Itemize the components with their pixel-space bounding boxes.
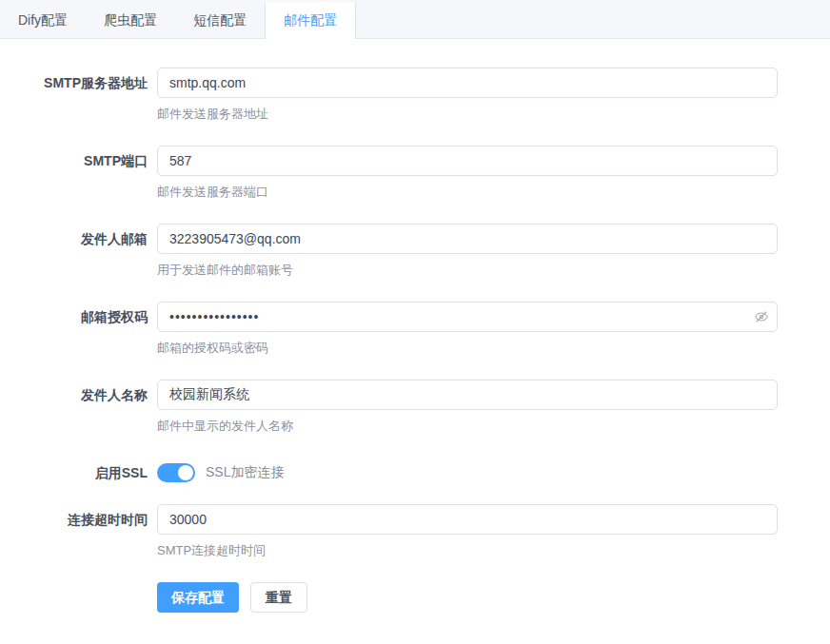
form-row-auth-code: 邮箱授权码 邮箱的授权码或密码 xyxy=(0,302,830,357)
smtp-host-input[interactable] xyxy=(157,68,778,98)
tab-sms-config[interactable]: 短信配置 xyxy=(175,2,265,38)
form-actions: 保存配置 重置 xyxy=(157,582,830,613)
save-config-button[interactable]: 保存配置 xyxy=(157,582,239,613)
ssl-toggle[interactable] xyxy=(157,463,195,482)
ssl-label: 启用SSL xyxy=(0,458,148,488)
smtp-port-label: SMTP端口 xyxy=(0,146,148,201)
timeout-label: 连接超时时间 xyxy=(0,504,148,559)
form-row-smtp-port: SMTP端口 邮件发送服务器端口 xyxy=(0,146,830,201)
tab-dify-config[interactable]: Dify配置 xyxy=(0,2,86,38)
timeout-hint: SMTP连接超时时间 xyxy=(157,542,778,559)
form-row-smtp-host: SMTP服务器地址 邮件发送服务器地址 xyxy=(0,68,830,123)
ssl-description: SSL加密连接 xyxy=(206,464,284,481)
reset-button[interactable]: 重置 xyxy=(250,582,307,613)
sender-name-hint: 邮件中显示的发件人名称 xyxy=(157,418,778,435)
smtp-host-hint: 邮件发送服务器地址 xyxy=(157,106,778,123)
config-tab-bar: Dify配置 爬虫配置 短信配置 邮件配置 xyxy=(0,0,830,39)
email-config-form: SMTP服务器地址 邮件发送服务器地址 SMTP端口 邮件发送服务器端口 发件人… xyxy=(0,39,830,613)
smtp-port-input[interactable] xyxy=(157,146,778,176)
auth-code-hint: 邮箱的授权码或密码 xyxy=(157,340,778,357)
timeout-input[interactable] xyxy=(157,504,778,535)
sender-email-label: 发件人邮箱 xyxy=(0,224,148,279)
tab-email-config[interactable]: 邮件配置 xyxy=(265,2,356,39)
sender-email-input[interactable] xyxy=(157,224,778,254)
smtp-port-hint: 邮件发送服务器端口 xyxy=(157,184,778,201)
sender-name-label: 发件人名称 xyxy=(0,380,148,435)
eye-off-icon[interactable] xyxy=(754,309,769,324)
tab-crawler-config[interactable]: 爬虫配置 xyxy=(86,2,175,38)
sender-email-hint: 用于发送邮件的邮箱账号 xyxy=(157,262,778,279)
form-row-timeout: 连接超时时间 SMTP连接超时时间 xyxy=(0,504,830,559)
ssl-toggle-knob xyxy=(178,465,193,480)
form-row-ssl: 启用SSL SSL加密连接 xyxy=(0,458,830,488)
smtp-host-label: SMTP服务器地址 xyxy=(0,68,148,123)
form-row-sender-email: 发件人邮箱 用于发送邮件的邮箱账号 xyxy=(0,224,830,279)
sender-name-input[interactable] xyxy=(157,380,778,410)
auth-code-input[interactable] xyxy=(157,302,778,332)
form-row-sender-name: 发件人名称 邮件中显示的发件人名称 xyxy=(0,380,830,435)
auth-code-label: 邮箱授权码 xyxy=(0,302,148,357)
